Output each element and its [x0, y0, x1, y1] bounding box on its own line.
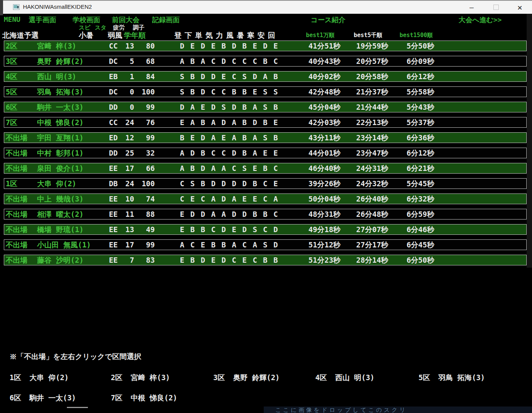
fatigue-value: 13: [120, 225, 134, 234]
best-10000-time: 46分40秒: [302, 164, 347, 173]
runner-row[interactable]: 不出場藤谷 沙明(2)EE783EBDEDCECBB51分23秒28分14秒6分…: [4, 255, 527, 265]
fatigue-value: 1: [120, 72, 134, 81]
runner-row[interactable]: 不出場小山田 無風(1)EE1799ACEBBACASD51分12秒27分17秒…: [4, 239, 527, 250]
leg-cell[interactable]: 1区: [6, 179, 35, 188]
leg-cell[interactable]: 不出場: [6, 225, 35, 234]
close-button[interactable]: ×: [511, 1, 529, 14]
aptitude-letter: 風: [225, 31, 235, 41]
condition-value: 99: [135, 240, 155, 249]
leg-assignment: 4区西山 明(3): [315, 373, 375, 383]
divider-dash: [67, 407, 88, 408]
condition-value: 100: [135, 87, 155, 96]
best-5000-time: 19分59秒: [349, 41, 395, 50]
condition-value: 66: [135, 164, 155, 173]
runner-row[interactable]: 不出場中上 幾哉(3)EE1074CECADAEECA50分04秒26分40秒6…: [4, 193, 527, 204]
leg-cell[interactable]: 6区: [6, 102, 35, 112]
leg-cell[interactable]: 7区: [6, 118, 35, 127]
sort-grade-link[interactable]: 学年順: [124, 31, 146, 41]
fatigue-value: 24: [120, 118, 134, 127]
runner-row[interactable]: 不出場中村 彰邦(1)DD2532ADBCCDBAEE44分01秒23分47秒6…: [4, 148, 527, 158]
runner-row[interactable]: 不出場橋場 野琉(1)EE1349EBBCDEDSCD49分18秒27分07秒6…: [4, 224, 527, 235]
leg-cell[interactable]: 不出場: [6, 240, 35, 249]
aptitude-grades: ACEBBACASD: [177, 240, 281, 249]
best-10000-time: 48分31秒: [302, 210, 347, 219]
sort-best10000-link[interactable]: best1万順: [297, 32, 343, 39]
runner-row[interactable]: 不出場泉田 俊介(1)EE1766ABDAACSEBC46分40秒24分31秒6…: [4, 163, 527, 174]
best-10000-time: 41分51秒: [302, 41, 347, 50]
runner-row[interactable]: 7区中根 悌良(2)CC2476EABADABDBE42分03秒22分13秒5分…: [4, 117, 527, 128]
aptitude-grades: DAEDSDBASB: [177, 102, 281, 112]
condition-value: 74: [135, 194, 155, 203]
best-1500-time: 6分45秒: [397, 240, 443, 249]
best-1500-time: 5分50秒: [397, 41, 443, 50]
maximize-icon: [493, 5, 499, 10]
runner-name: 藤谷 沙明(2): [37, 255, 84, 265]
assignment-leg: 1区: [10, 373, 29, 383]
leg-cell[interactable]: 不出場: [6, 164, 35, 173]
runner-name: 中上 幾哉(3): [37, 194, 84, 203]
runner-row[interactable]: 1区大串 仰(2)DB24100CSBDDDDBCE39分26秒24分32秒5分…: [4, 178, 527, 189]
aptitude-grades: BEDAEABASB: [177, 133, 281, 142]
runner-name: 小山田 無風(1): [37, 240, 91, 249]
fatigue-value: 5: [120, 57, 134, 66]
leg-cell[interactable]: 4区: [6, 72, 35, 81]
leg-assignment: 7区中根 悌良(2): [111, 393, 177, 403]
menu-item-school[interactable]: 学校画面: [73, 15, 100, 24]
runner-row[interactable]: 6区駒井 一太(3)DD099DAEDSDBASB45分04秒21分44秒5分4…: [4, 102, 527, 112]
label-stamina[interactable]: スタ: [95, 24, 107, 31]
speed-stamina-rating: DD: [109, 148, 118, 158]
menu-item-menu[interactable]: MENU: [4, 15, 20, 24]
runner-row[interactable]: 不出場相澤 曜太(2)EE1188EDDAADDBBC48分31秒26分48秒6…: [4, 209, 527, 220]
best-10000-time: 51分23秒: [302, 255, 347, 265]
speed-stamina-rating: EE: [109, 240, 118, 249]
condition-value: 49: [135, 225, 155, 234]
leg-cell[interactable]: 2区: [6, 41, 35, 50]
best-10000-time: 39分26秒: [302, 179, 347, 188]
minimize-button[interactable]: —: [462, 1, 481, 14]
speed-stamina-rating: EB: [109, 72, 118, 81]
fatigue-value: 0: [120, 87, 134, 96]
menu-item-prev-meet[interactable]: 前回大会: [112, 15, 139, 24]
aptitude-grades: ADBCCDBAEE: [177, 148, 281, 158]
assignment-name: 宮﨑 梓(3): [131, 373, 170, 382]
weather-wind: 弱風: [108, 31, 122, 41]
proceed-to-meet-link[interactable]: 大会へ進む>>: [459, 15, 502, 24]
menu-item-players[interactable]: 選手画面: [29, 15, 56, 24]
sort-best1500-link[interactable]: best1500順: [393, 32, 439, 39]
runner-row[interactable]: 4区西山 明(3)EB184SBDDECSDAB40分02秒20分58秒6分12…: [4, 71, 527, 82]
runner-row[interactable]: 2区宮﨑 梓(3)CC1380DEDEBDBEDE41分51秒19分59秒5分5…: [4, 41, 527, 51]
course-intro-link[interactable]: コース紹介: [311, 15, 345, 24]
best-1500-time: 6分12秒: [397, 148, 443, 158]
aptitude-grades: CECADAEECA: [177, 194, 281, 203]
assignment-name: 大串 仰(2): [29, 373, 69, 382]
leg-cell[interactable]: 不出場: [6, 148, 35, 158]
speed-stamina-rating: CC: [109, 118, 118, 127]
runner-row[interactable]: 不出場宇田 亙翔(1)ED1299BEDAEABASB43分11秒23分14秒6…: [4, 132, 527, 143]
speed-stamina-rating: DB: [109, 179, 118, 188]
titlebar: HAKONIWAsmallEKIDEN2 — ×: [3, 0, 532, 14]
aptitude-grades: ABDAACSEBC: [177, 164, 281, 173]
runner-name: 中根 悌良(2): [37, 118, 84, 127]
leg-cell[interactable]: 不出場: [6, 210, 35, 219]
leg-cell[interactable]: 3区: [6, 57, 35, 66]
runner-row[interactable]: 5区羽鳥 拓海(3)DC0100SBDCCBBESS42分48秒21分37秒5分…: [4, 86, 527, 97]
runner-name: 羽鳥 拓海(3): [37, 87, 84, 96]
leg-cell[interactable]: 不出場: [6, 194, 35, 203]
runner-row[interactable]: 3区奥野 鈴輝(2)DC568ABACDCCCBC40分43秒20分57秒6分0…: [4, 56, 527, 67]
leg-cell[interactable]: 不出場: [6, 133, 35, 142]
sort-best5000-link[interactable]: best5千順: [345, 32, 391, 39]
best-1500-time: 6分12秒: [397, 72, 443, 81]
window-edge: [527, 14, 532, 268]
leg-cell[interactable]: 5区: [6, 87, 35, 96]
assignment-leg: 7区: [111, 393, 131, 403]
aptitude-header: 登下単気力風暑寒安回: [173, 31, 277, 41]
runner-table: 2区宮﨑 梓(3)CC1380DEDEBDBEDE41分51秒19分59秒5分5…: [4, 41, 527, 270]
assignment-name: 中根 悌良(2): [131, 393, 177, 402]
menu-item-records[interactable]: 記録画面: [152, 15, 180, 24]
speed-stamina-rating: EE: [109, 225, 118, 234]
maximize-button[interactable]: [487, 1, 505, 14]
aptitude-letter: 単: [193, 31, 204, 41]
fatigue-value: 25: [120, 148, 134, 158]
leg-cell[interactable]: 不出場: [6, 255, 35, 265]
best-10000-time: 42分48秒: [302, 87, 347, 96]
